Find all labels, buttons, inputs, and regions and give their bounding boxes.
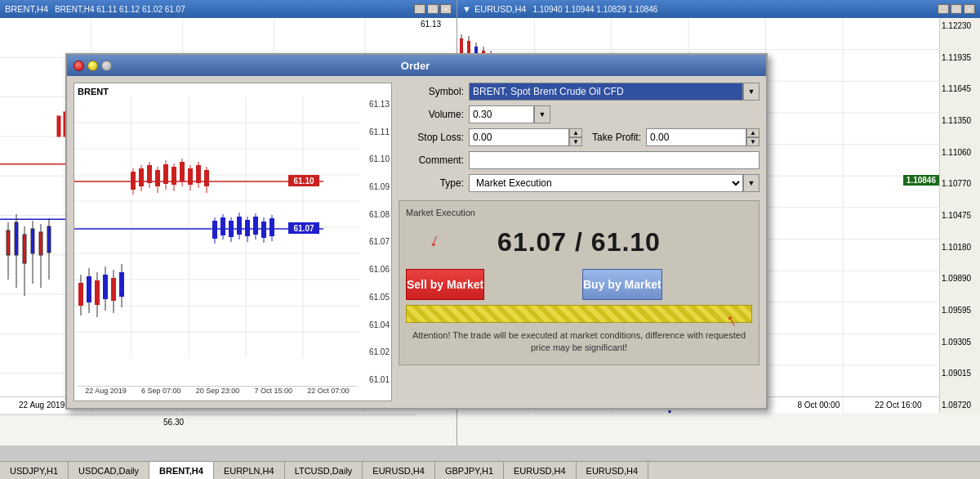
dialog-body: BRENT: [67, 76, 766, 408]
type-dropdown-btn[interactable]: ▼: [743, 174, 760, 192]
svg-rect-154: [188, 168, 193, 185]
svg-rect-186: [119, 272, 124, 297]
brent-window-controls: _ □ ×: [414, 4, 452, 14]
svg-rect-152: [180, 162, 185, 181]
eurusd-chart-titlebar[interactable]: ▼ EURUSD,H4 1.10940 1.10944 1.10829 1.10…: [457, 0, 980, 18]
tab-brent-h4[interactable]: BRENT,H4: [149, 462, 214, 480]
eurusd-close-btn[interactable]: ×: [964, 4, 975, 14]
dialog-titlebar: Order: [67, 55, 766, 76]
eurusd-price-3: 1.11645: [942, 84, 978, 93]
tab-eurusd-h4-3[interactable]: EURUSD,H4: [577, 462, 649, 480]
brent-chart-titlebar[interactable]: BRENT,H4 BRENT,H4 61.11 61.12 61.02 61.0…: [0, 0, 457, 18]
svg-rect-176: [78, 283, 83, 306]
sell-market-button[interactable]: Sell by Market: [406, 269, 484, 300]
type-input-group: Market Execution ▼: [469, 174, 760, 192]
eurusd-chart-subtitle: 1.10940 1.10944 1.10829 1.10846: [532, 5, 657, 14]
take-profit-input[interactable]: [646, 128, 746, 146]
stop-loss-input[interactable]: [469, 128, 569, 146]
volume-dropdown-btn[interactable]: ▼: [534, 105, 550, 123]
type-row: Type: Market Execution ▼: [399, 174, 760, 192]
price-label-1: 61.13: [421, 20, 455, 29]
volume-input[interactable]: [469, 105, 534, 123]
close-btn[interactable]: ×: [440, 4, 452, 14]
tab-eurusd-h4-1[interactable]: EURUSD,H4: [363, 462, 435, 480]
traffic-red-btn[interactable]: [74, 60, 84, 71]
comment-input[interactable]: [469, 151, 760, 169]
sl-spin-down[interactable]: ▼: [569, 137, 582, 146]
eurusd-date-5: 8 Oct 00:00: [798, 401, 840, 410]
dialog-chart-prices: 61.13 61.11 61.10 61.09 61.08 61.07 61.0…: [359, 100, 390, 384]
svg-rect-40: [15, 222, 18, 255]
traffic-lights: [74, 60, 112, 71]
tab-eurpln-h4[interactable]: EURPLN,H4: [214, 462, 285, 480]
sell-btn-container: ↓ Sell by Market: [406, 269, 576, 300]
traffic-gray-btn[interactable]: [101, 60, 112, 71]
stop-loss-label: Stop Loss:: [399, 132, 464, 143]
svg-rect-13: [57, 116, 60, 137]
comment-row: Comment:: [399, 151, 760, 169]
svg-rect-162: [220, 217, 225, 235]
eurusd-price-12: 1.09015: [942, 369, 978, 378]
eurusd-price-2: 1.11935: [942, 53, 978, 62]
eurusd-window-controls: _ □ ×: [938, 4, 975, 14]
tab-usdcad-daily[interactable]: USDCAD,Daily: [69, 462, 149, 480]
eurusd-price-6: 1.10770: [942, 179, 978, 188]
svg-rect-180: [95, 280, 100, 305]
svg-rect-46: [39, 232, 42, 255]
eurusd-price-8: 1.10180: [942, 243, 978, 252]
eurusd-price-13: 1.08720: [942, 401, 978, 410]
sl-tp-row: Stop Loss: ▲ ▼ Take Profit: ▲ ▼: [399, 128, 760, 146]
eurusd-price-11: 1.09305: [942, 338, 978, 347]
volume-input-group: ▼: [469, 105, 550, 123]
eurusd-price-5: 1.11060: [942, 148, 978, 157]
eurusd-maximize-btn[interactable]: □: [951, 4, 962, 14]
dialog-chart: BRENT: [74, 83, 392, 401]
striped-warning-bar: [406, 305, 752, 323]
svg-rect-142: [139, 168, 144, 186]
symbol-input[interactable]: [469, 83, 743, 101]
sl-input-group: ▲ ▼ Take Profit: ▲ ▼: [469, 128, 760, 146]
svg-rect-42: [23, 235, 26, 263]
traffic-yellow-btn[interactable]: [87, 60, 98, 71]
buy-market-button[interactable]: Buy by Market: [582, 269, 662, 300]
tp-spin-up[interactable]: ▲: [746, 128, 760, 137]
svg-rect-144: [147, 165, 152, 183]
type-label: Type:: [399, 177, 464, 189]
dialog-right-panel: Symbol: ▼ Volume: ▼ Stop Loss:: [399, 83, 760, 401]
attention-text: Attention! The trade will be executed at…: [406, 326, 752, 358]
trade-buttons: ↓ Sell by Market ↑ Buy by Market: [406, 269, 752, 300]
sl-spin-up[interactable]: ▲: [569, 128, 582, 137]
eurusd-date-6: 22 Oct 16:00: [875, 401, 921, 410]
brent-chart-title: BRENT,H4: [5, 4, 48, 14]
dialog-title: Order: [112, 60, 719, 72]
svg-rect-156: [196, 165, 201, 183]
minimize-btn[interactable]: _: [414, 4, 425, 14]
eurusd-current-price-badge: 1.10846: [903, 175, 939, 186]
tab-usdjpy-h1[interactable]: USDJPY,H1: [0, 462, 69, 480]
tab-ltcusd-daily[interactable]: LTCUSD,Daily: [285, 462, 363, 480]
dialog-chart-title-label: BRENT: [78, 87, 109, 96]
type-select[interactable]: Market Execution: [469, 174, 743, 192]
volume-row: Volume: ▼: [399, 105, 760, 123]
tab-eurusd-h4-2[interactable]: EURUSD,H4: [504, 462, 577, 480]
svg-rect-182: [103, 275, 108, 299]
platform: BRENT,H4 BRENT,H4 61.11 61.12 61.02 61.0…: [0, 0, 980, 479]
svg-rect-146: [155, 170, 160, 186]
svg-text:61.10: 61.10: [293, 177, 314, 186]
buy-btn-container: ↑ Buy by Market: [582, 269, 752, 300]
tab-gbpjpy-h1[interactable]: GBPJPY,H1: [435, 462, 504, 480]
price-display: 61.07 / 61.10: [406, 221, 752, 264]
tp-spin-down[interactable]: ▼: [746, 137, 760, 146]
eurusd-chart-indicator: ▼: [462, 4, 471, 14]
brent-chart-subtitle: BRENT,H4 61.11 61.12 61.02 61.07: [55, 5, 185, 14]
symbol-dropdown-btn[interactable]: ▼: [743, 83, 760, 101]
eurusd-price-10: 1.09595: [942, 306, 978, 315]
maximize-btn[interactable]: □: [427, 4, 439, 14]
comment-label: Comment:: [399, 154, 464, 166]
eurusd-minimize-btn[interactable]: _: [938, 4, 949, 14]
svg-rect-38: [7, 231, 10, 255]
eurusd-chart-title: EURUSD,H4: [474, 4, 527, 14]
volume-label: Volume:: [399, 109, 464, 120]
dialog-chart-svg: 61.10 61.07: [74, 96, 360, 383]
eurusd-price-7: 1.10475: [942, 211, 978, 220]
